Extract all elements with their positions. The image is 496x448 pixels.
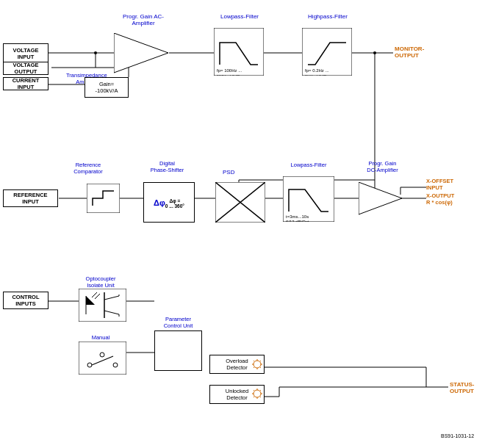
overload-symbol	[250, 358, 265, 370]
svg-text:fp= 0.2Hz ...: fp= 0.2Hz ...	[305, 68, 329, 73]
digital-phase-shifter-label: DigitalPhase-Shifter	[143, 160, 191, 173]
svg-point-61	[254, 361, 261, 368]
svg-line-78	[254, 397, 254, 397]
parameter-control-label: ParameterControl Unit	[154, 316, 202, 329]
svg-text:fp= 100Hz ...: fp= 100Hz ...	[217, 68, 242, 73]
reference-input-box: REFERENCEINPUT	[3, 189, 58, 207]
svg-point-11	[373, 51, 376, 54]
psd-box	[215, 182, 265, 223]
svg-text:t=3ms...10s: t=3ms...10s	[286, 214, 309, 219]
lowpass-filter-1-label: Lowpass-Filter	[214, 13, 265, 20]
voltage-input-box: VOLTAGEINPUT	[3, 43, 48, 64]
lowpass-filter-2-box: t=3ms...10s 6/12 dB/Oct.	[283, 176, 334, 222]
optocoupler-label: OptocouplerIsolate Unit	[79, 275, 123, 289]
ref-comparator-label: ReferenceComparator	[62, 162, 114, 175]
svg-point-6	[94, 51, 97, 54]
dc-amplifier-triangle	[359, 182, 403, 215]
parameter-control-box	[154, 330, 202, 371]
voltage-output-box: VOLTAGEOUTPUT	[3, 62, 48, 75]
svg-point-70	[254, 390, 261, 397]
transimpedance-box: Gain=-100kV/A	[85, 77, 129, 98]
digital-phase-shifter-box: Δφ Δφ =0 ... 360°	[143, 182, 195, 223]
x-offset-input-label: X-OFFSETINPUT	[426, 178, 453, 191]
psd-label: PSD	[223, 169, 234, 176]
svg-line-67	[260, 367, 261, 368]
progr-gain-ac-label: Progr. Gain AC-Amplifier	[114, 13, 173, 26]
current-input-box: CURRENTINPUT	[3, 77, 48, 90]
svg-marker-45	[359, 182, 402, 214]
svg-line-77	[260, 390, 261, 391]
lowpass-filter-2-label: Lowpass-Filter	[283, 162, 334, 168]
amplifier-triangle	[114, 33, 169, 73]
svg-line-69	[254, 367, 254, 368]
ref-comparator-box	[87, 184, 120, 213]
diagram: Progr. Gain AC-Amplifier VOLTAGEINPUT VO…	[0, 0, 496, 448]
ref-number: BS91-1031-12	[441, 433, 474, 438]
svg-text:1kHz / 6dB: 1kHz / 6dB	[305, 74, 326, 76]
svg-line-68	[260, 361, 261, 361]
lowpass-filter-box: fp= 100Hz ... 1MHz / 6dB	[214, 28, 264, 76]
x-output-label: X-OUTPUTR * cos(φ)	[426, 192, 454, 206]
svg-line-76	[260, 397, 261, 397]
unlocked-symbol	[250, 388, 265, 400]
svg-line-75	[254, 390, 254, 391]
svg-marker-31	[114, 33, 168, 73]
svg-rect-56	[79, 342, 126, 375]
svg-line-66	[254, 361, 254, 361]
svg-text:1MHz / 6dB: 1MHz / 6dB	[217, 74, 240, 76]
highpass-filter-label: Highpass-Filter	[302, 13, 353, 20]
control-inputs-box: CONTROLINPUTS	[3, 292, 48, 309]
progr-gain-dc-label: Progr. GainDC-Amplifier	[359, 160, 406, 173]
status-output-label: STATUS-OUTPUT	[450, 381, 474, 394]
manual-switches-box	[79, 342, 126, 375]
optocoupler-box	[79, 289, 126, 322]
svg-text:6/12 dB/Oct.: 6/12 dB/Oct.	[286, 220, 311, 222]
monitor-output-label: MONITOR-OUTPUT	[395, 46, 424, 59]
highpass-filter-box: fp= 0.2Hz ... 1kHz / 6dB	[302, 28, 352, 76]
